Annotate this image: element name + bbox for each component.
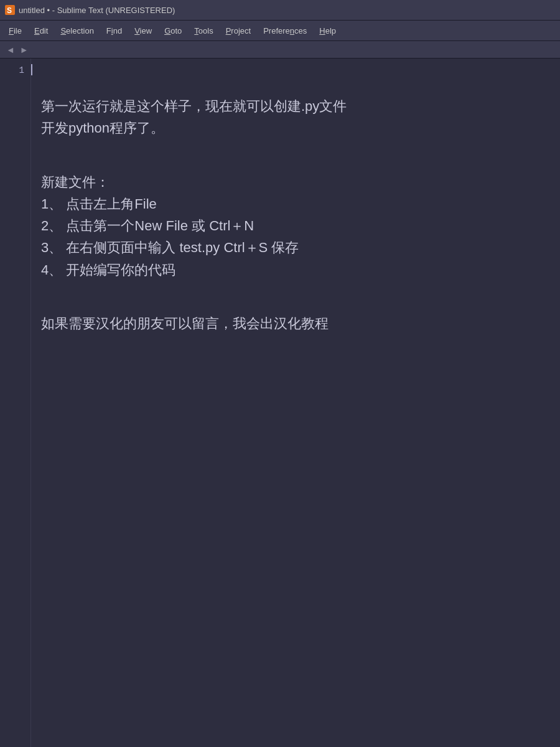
content-line: 1、 点击左上角File [41, 193, 550, 215]
content-line: 第一次运行就是这个样子，现在就可以创建.py文件 [41, 95, 550, 117]
app-icon: S [5, 5, 15, 15]
content-line: 3、 在右侧页面中输入 test.py Ctrl＋S 保存 [41, 237, 550, 258]
text-line-3: 新建文件： [41, 174, 110, 190]
text-line-8: 如果需要汉化的朋友可以留言，我会出汉化教程 [41, 316, 329, 331]
nav-bar: ◄ ► [0, 41, 560, 59]
title-bar: S untitled • - Sublime Text (UNREGISTERE… [0, 0, 560, 21]
text-line-4: 1、 点击左上角File [41, 196, 157, 212]
menu-help[interactable]: Help [313, 24, 342, 38]
text-line-5: 2、 点击第一个New File 或 Ctrl＋N [41, 218, 254, 233]
content-line: 2、 点击第一个New File 或 Ctrl＋N [41, 215, 550, 237]
line-gutter: 1 [0, 59, 31, 747]
nav-next-button[interactable]: ► [17, 44, 31, 56]
line-number-1: 1 [0, 63, 24, 77]
text-line-2: 开发python程序了。 [41, 120, 164, 136]
content-line: 4、 开始编写你的代码 [41, 259, 550, 281]
menu-bar: File Edit Selection Find View Goto Tools… [0, 21, 560, 41]
text-line-1: 第一次运行就是这个样子，现在就可以创建.py文件 [41, 98, 347, 114]
empty-line [41, 63, 550, 80]
empty-line [41, 80, 550, 96]
editor: 1 第一次运行就是这个样子，现在就可以创建.py文件 开发python程序了。 … [0, 59, 560, 747]
text-line-7: 4、 开始编写你的代码 [41, 262, 175, 278]
nav-prev-button[interactable]: ◄ [4, 44, 17, 56]
menu-selection[interactable]: Selection [54, 24, 100, 38]
text-cursor [31, 64, 32, 75]
window-title: untitled • - Sublime Text (UNREGISTERED) [19, 6, 175, 15]
svg-text:S: S [7, 6, 12, 15]
editor-content[interactable]: 第一次运行就是这个样子，现在就可以创建.py文件 开发python程序了。 新建… [31, 59, 560, 747]
menu-view[interactable]: View [128, 24, 158, 38]
menu-preferences[interactable]: Preferences [257, 24, 313, 38]
menu-find[interactable]: Find [100, 24, 128, 38]
text-line-6: 3、 在右侧页面中输入 test.py Ctrl＋S 保存 [41, 240, 299, 255]
menu-project[interactable]: Project [220, 24, 257, 38]
content-line: 开发python程序了。 [41, 117, 550, 139]
menu-goto[interactable]: Goto [158, 24, 188, 38]
menu-file[interactable]: File [2, 24, 28, 38]
empty-line [41, 281, 550, 297]
content-line: 新建文件： [41, 171, 550, 193]
menu-edit[interactable]: Edit [28, 24, 54, 38]
empty-line [41, 296, 550, 312]
content-line: 如果需要汉化的朋友可以留言，我会出汉化教程 [41, 312, 550, 334]
menu-tools[interactable]: Tools [188, 24, 219, 38]
empty-line [41, 155, 550, 171]
empty-line [41, 139, 550, 156]
